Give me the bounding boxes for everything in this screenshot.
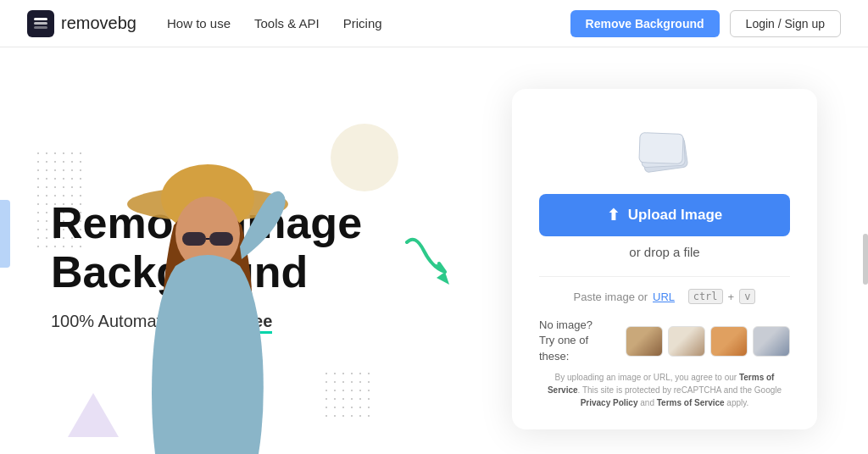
navbar-right: Remove Background Login / Sign up	[570, 10, 841, 37]
upload-card: ⬆ Upload Image or drop a file Paste imag…	[512, 89, 817, 429]
sample-thumbnails	[626, 326, 790, 357]
sample-thumb-car[interactable]	[753, 326, 790, 357]
navbar: removebg How to use Tools & API Pricing …	[0, 0, 868, 47]
upload-arrow-icon: ⬆	[607, 206, 620, 224]
navbar-left: removebg How to use Tools & API Pricing	[27, 10, 382, 37]
logo-icon	[27, 10, 54, 37]
remove-background-button[interactable]: Remove Background	[570, 10, 720, 37]
upload-image-button[interactable]: ⬆ Upload Image	[539, 194, 790, 236]
layer-3	[638, 132, 683, 164]
deco-blue-strip	[0, 200, 10, 268]
terms-of-service-link[interactable]: Terms of Service	[548, 373, 774, 395]
nav-pricing[interactable]: Pricing	[343, 16, 382, 30]
svg-rect-3	[182, 232, 206, 246]
nav-links: How to use Tools & API Pricing	[167, 16, 382, 30]
paste-url-link[interactable]: URL	[653, 291, 675, 303]
v-key: v	[739, 289, 755, 304]
logo-text: removebg	[61, 14, 136, 33]
nav-how-to-use[interactable]: How to use	[167, 16, 231, 30]
login-signup-button[interactable]: Login / Sign up	[730, 10, 841, 37]
stacked-layers-icon	[639, 123, 690, 170]
paste-row: Paste image or URL ctrl + v	[539, 276, 790, 304]
arrow-icon	[398, 225, 466, 293]
woman-image	[81, 124, 335, 454]
ctrl-key: ctrl	[688, 289, 723, 304]
terms-text: By uploading an image or URL, you agree …	[539, 371, 790, 409]
sample-label: No image? Try one of these:	[539, 318, 617, 364]
plus-sign: +	[728, 291, 735, 303]
logo[interactable]: removebg	[27, 10, 136, 37]
terms-of-service-link-2[interactable]: Terms of Service	[657, 398, 725, 407]
sample-thumb-woman[interactable]	[626, 326, 663, 357]
drop-text: or drop a file	[629, 245, 699, 259]
paste-prefix: Paste image or	[574, 291, 648, 303]
nav-tools-api[interactable]: Tools & API	[254, 16, 320, 30]
sample-thumb-landscape[interactable]	[710, 326, 748, 357]
privacy-policy-link[interactable]: Privacy Policy	[581, 398, 638, 407]
svg-rect-4	[209, 232, 233, 246]
scrollbar[interactable]	[863, 234, 868, 285]
logo-layers-icon	[33, 16, 48, 31]
hero-section: Remove Image Background 100% Automatical…	[0, 47, 868, 454]
deco-circle	[331, 124, 398, 191]
sample-thumb-dog[interactable]	[668, 326, 705, 357]
sample-images-row: No image? Try one of these:	[539, 318, 790, 364]
